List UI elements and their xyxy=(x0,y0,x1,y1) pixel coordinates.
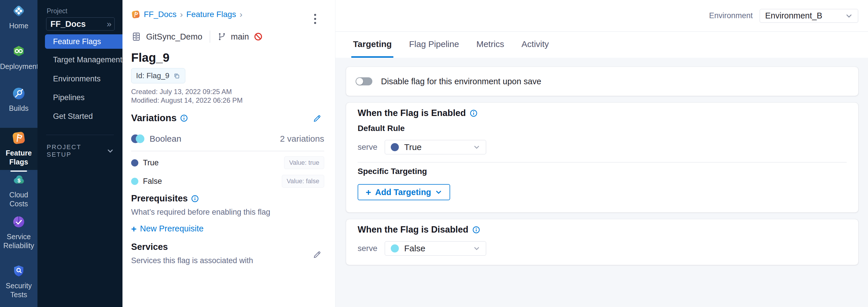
chevron-down-icon xyxy=(473,245,480,252)
project-name: FF_Docs xyxy=(51,19,106,29)
prerequisites-subtitle: What’s required before enabling this fla… xyxy=(131,208,324,217)
svg-text:$: $ xyxy=(18,177,21,184)
sidebar-item-target-management[interactable]: Target Management xyxy=(45,53,122,67)
disable-flag-card: Disable flag for this environment upon s… xyxy=(346,67,858,96)
add-targeting-button[interactable]: + Add Targeting xyxy=(358,184,450,200)
new-prerequisite-label: New Prerequisite xyxy=(140,224,204,233)
rail-label: Service Reliability xyxy=(0,232,37,250)
enabled-serve-select[interactable]: True xyxy=(385,140,486,155)
project-selector[interactable]: FF_Docs » xyxy=(46,17,115,31)
services-title: Services xyxy=(131,242,168,252)
sidebar-item-pipelines[interactable]: Pipelines xyxy=(45,90,122,105)
chevron-down-icon xyxy=(845,12,853,20)
sidebar-item-feature-flags[interactable]: Feature Flags xyxy=(45,34,122,49)
copy-icon[interactable] xyxy=(173,72,180,80)
tab-flag-pipeline[interactable]: Flag Pipeline xyxy=(407,32,461,58)
feature-flag-detail-page: Home Deployments Builds xyxy=(0,0,868,307)
boolean-variation-icon xyxy=(131,135,144,143)
rail-item-cloud-costs[interactable]: $ Cloud Costs xyxy=(0,173,37,208)
add-targeting-label: Add Targeting xyxy=(375,188,431,197)
git-repo-name[interactable]: GitSync_Demo xyxy=(146,32,202,41)
variation-count: 2 variations xyxy=(280,134,324,144)
info-icon[interactable] xyxy=(472,226,480,234)
variation-row-false: False Value: false xyxy=(131,175,324,188)
project-expand-icon[interactable]: » xyxy=(106,20,111,28)
cloud-costs-icon: $ xyxy=(12,173,26,187)
variation-name: False xyxy=(143,177,162,186)
more-options-button[interactable] xyxy=(313,13,317,25)
flag-id-text: Id: Flag_9 xyxy=(136,71,169,80)
breadcrumb-separator: › xyxy=(180,9,183,19)
variation-kind: Boolean xyxy=(150,134,181,144)
variation-name: True xyxy=(143,159,159,167)
project-sidebar: Project FF_Docs » Feature Flags Target M… xyxy=(37,0,122,307)
flag-detail-column: FF_Docs › Feature Flags › GitSync_Demo m… xyxy=(122,0,335,307)
environment-selected-value: Environment_B xyxy=(765,11,822,21)
service-reliability-icon xyxy=(12,215,26,229)
plus-icon: + xyxy=(366,188,371,197)
project-label: Project xyxy=(47,7,67,15)
prerequisites-title: Prerequisites xyxy=(131,193,188,204)
info-icon[interactable] xyxy=(191,195,199,202)
tab-targeting[interactable]: Targeting xyxy=(351,32,393,58)
flag-id-chip[interactable]: Id: Flag_9 xyxy=(131,68,185,83)
sidebar-item-environments[interactable]: Environments xyxy=(45,72,122,86)
environment-bar: Environment Environment_B xyxy=(336,0,868,32)
rail-label: Home xyxy=(0,21,37,30)
feature-flags-icon xyxy=(11,131,26,145)
sync-disabled-icon xyxy=(254,32,263,41)
flag-enabled-card: When the Flag is Enabled Default Rule se… xyxy=(346,103,858,212)
sidebar-divider xyxy=(46,135,114,135)
flag-tabs: Targeting Flag Pipeline Metrics Activity xyxy=(336,32,868,58)
tab-metrics[interactable]: Metrics xyxy=(475,32,506,58)
security-tests-icon xyxy=(12,264,26,278)
variation-dot xyxy=(391,143,399,151)
project-setup-label: PROJECT SETUP xyxy=(47,143,106,159)
flag-created: Created: July 13, 2022 09:25 AM xyxy=(131,87,243,96)
enabled-title: When the Flag is Enabled xyxy=(358,107,466,119)
serve-label: serve xyxy=(358,244,377,253)
rail-item-feature-flags[interactable]: Feature Flags xyxy=(0,128,37,170)
rail-item-home[interactable]: Home xyxy=(0,4,37,30)
rail-item-builds[interactable]: Builds xyxy=(0,87,37,113)
disabled-serve-select[interactable]: False xyxy=(385,241,486,256)
divider xyxy=(358,162,847,163)
disable-flag-label: Disable flag for this environment upon s… xyxy=(381,77,541,86)
repo-icon xyxy=(131,31,142,42)
serve-label: serve xyxy=(358,142,377,152)
project-setup-section[interactable]: PROJECT SETUP xyxy=(47,143,114,159)
variation-dot xyxy=(131,178,138,185)
edit-variations-icon[interactable] xyxy=(313,114,322,123)
git-branch-name[interactable]: main xyxy=(231,32,249,41)
rail-item-service-reliability[interactable]: Service Reliability xyxy=(0,215,37,250)
sidebar-item-get-started[interactable]: Get Started xyxy=(45,109,122,123)
git-sync-bar: GitSync_Demo main xyxy=(131,31,263,43)
new-prerequisite-button[interactable]: + New Prerequisite xyxy=(131,224,204,233)
breadcrumb-separator: › xyxy=(240,9,242,19)
edit-services-icon[interactable] xyxy=(313,250,322,259)
targeting-tab-body: Disable flag for this environment upon s… xyxy=(336,58,868,307)
variations-section: Variations Boolean 2 variations True Val… xyxy=(131,113,324,189)
breadcrumb-section-link[interactable]: Feature Flags xyxy=(186,10,236,19)
flag-logo-icon xyxy=(131,10,141,19)
rail-label: Builds xyxy=(0,104,37,113)
default-rule-label: Default Rule xyxy=(358,123,847,133)
prerequisites-section: Prerequisites What’s required before ena… xyxy=(131,193,324,217)
rail-item-deployments[interactable]: Deployments xyxy=(0,45,37,71)
info-icon[interactable] xyxy=(180,114,188,122)
rail-label: Security Tests xyxy=(0,281,37,299)
rail-label: Cloud Costs xyxy=(0,190,37,208)
rail-item-security-tests[interactable]: Security Tests xyxy=(0,264,37,299)
rail-label: Feature Flags xyxy=(0,148,37,166)
variation-type-row: Boolean 2 variations xyxy=(131,134,324,144)
variation-value-badge: Value: false xyxy=(282,175,324,188)
tab-activity[interactable]: Activity xyxy=(520,32,551,58)
services-subtitle: Services this flag is associated with xyxy=(131,256,324,265)
environment-select[interactable]: Environment_B xyxy=(760,9,858,23)
specific-targeting-label: Specific Targeting xyxy=(358,166,847,176)
disable-flag-toggle[interactable] xyxy=(355,77,372,85)
rail-label: Deployments xyxy=(0,62,37,71)
info-icon[interactable] xyxy=(470,109,477,117)
rail-active-underline xyxy=(10,170,27,172)
breadcrumb-project-link[interactable]: FF_Docs xyxy=(144,10,177,19)
